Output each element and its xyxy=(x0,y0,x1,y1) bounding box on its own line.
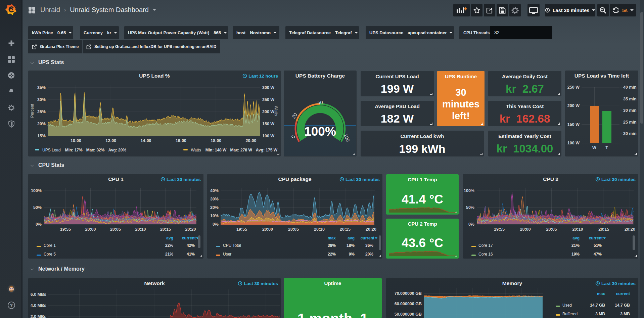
svg-text:?: ? xyxy=(10,303,13,308)
